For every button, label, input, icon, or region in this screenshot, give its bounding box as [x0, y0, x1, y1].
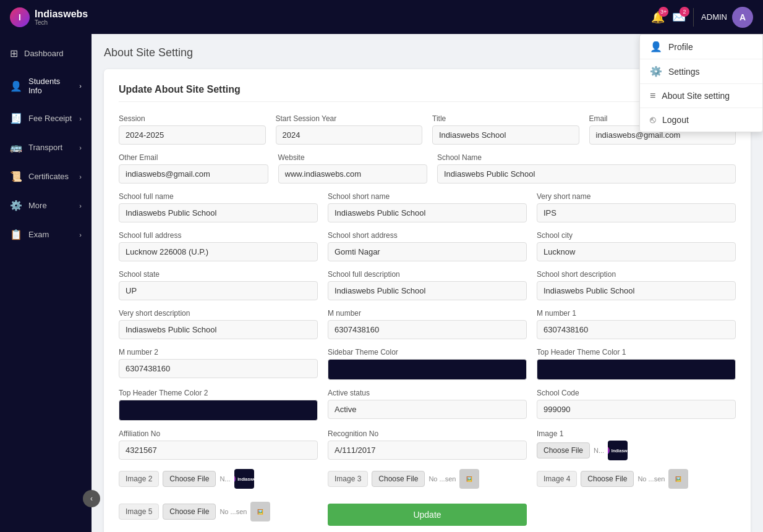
logout-icon: ⎋ — [650, 114, 656, 125]
image4-choose-file-button[interactable]: Choose File — [581, 471, 634, 487]
image3-group: Image 3 Choose File No ...sen 🖼️ — [328, 469, 527, 489]
very-short-name-group: Very short name — [537, 192, 736, 222]
start-session-year-label: Start Session Year — [276, 114, 423, 123]
affiliation-no-input[interactable] — [119, 441, 318, 460]
school-full-name-input[interactable] — [119, 203, 318, 222]
recognition-no-input[interactable] — [328, 441, 527, 460]
image1-no-selected: N... — [594, 447, 604, 454]
other-email-input[interactable] — [119, 164, 268, 184]
image1-file-row: Choose File N... Indiaswebs — [537, 441, 736, 460]
school-full-name-label: School full name — [119, 192, 318, 201]
form-row-3: School full name School short name Very … — [119, 192, 736, 222]
title-label: Title — [432, 114, 579, 123]
image5-choose-file-button[interactable]: Choose File — [163, 504, 216, 520]
website-group: Website — [278, 153, 428, 184]
school-state-input[interactable] — [119, 281, 318, 300]
image2-group: Image 2 Choose File N... Indiaswebs — [119, 469, 318, 489]
school-short-desc-label: School short description — [537, 270, 736, 279]
dropdown-profile[interactable]: 👤 Profile — [640, 35, 762, 59]
recognition-no-group: Recognition No — [328, 429, 527, 460]
sidebar-theme-color-label: Sidebar Theme Color — [328, 348, 527, 357]
fee-icon: 🧾 — [10, 112, 22, 124]
top-header-theme-color-1-label: Top Header Theme Color 1 — [537, 348, 736, 357]
notification-button[interactable]: 🔔 3+ — [651, 11, 665, 24]
dropdown-about-site-setting[interactable]: ≡ About Site setting — [640, 84, 762, 108]
website-input[interactable] — [278, 164, 428, 184]
affiliation-no-label: Affiliation No — [119, 429, 318, 438]
very-short-name-label: Very short name — [537, 192, 736, 201]
admin-area[interactable]: ADMIN A — [701, 7, 753, 28]
m-number-2-label: M number 2 — [119, 348, 318, 357]
sidebar-item-transport[interactable]: 🚌 Transport › — [0, 133, 92, 162]
dropdown-settings[interactable]: ⚙️ Settings — [640, 59, 762, 84]
school-full-desc-input[interactable] — [328, 281, 527, 300]
title-input[interactable] — [432, 125, 579, 145]
mail-badge: 2 — [680, 7, 689, 17]
sidebar-item-fee-receipt[interactable]: 🧾 Fee Receipt › — [0, 104, 92, 133]
school-name-input[interactable] — [437, 164, 736, 184]
school-full-desc-label: School full description — [328, 270, 527, 279]
sidebar-toggle[interactable]: ‹ — [83, 490, 100, 507]
image4-no-selected: No ...sen — [637, 475, 665, 483]
image5-no-selected: No ...sen — [220, 508, 247, 515]
image5-label: Image 5 — [119, 504, 159, 520]
brand: I Indiaswebs Tech — [10, 7, 88, 27]
sidebar-item-label: Students Info — [28, 77, 73, 95]
more-icon: ⚙️ — [10, 200, 22, 211]
school-full-desc-group: School full description — [328, 270, 527, 300]
chevron-right-icon: › — [79, 144, 82, 151]
top-header-theme-color-1-swatch[interactable] — [537, 359, 736, 380]
form-row-10: Image 2 Choose File N... Indiaswebs — [119, 469, 736, 489]
school-full-name-group: School full name — [119, 192, 318, 222]
school-short-name-group: School short name — [328, 192, 527, 222]
sidebar-item-more[interactable]: ⚙️ More › — [0, 191, 92, 220]
active-status-label: Active status — [328, 389, 527, 397]
m-number-input[interactable] — [328, 320, 527, 339]
brand-mini-2: Indiaswebs — [234, 475, 254, 483]
sidebar-item-dashboard[interactable]: ⊞ Dashboard — [0, 39, 92, 68]
school-city-input[interactable] — [537, 242, 736, 261]
school-city-group: School city — [537, 231, 736, 261]
sidebar-item-certificates[interactable]: 📜 Certificates › — [0, 162, 92, 191]
sidebar-item-students-info[interactable]: 👤 Students Info › — [0, 68, 92, 104]
very-short-desc-input[interactable] — [119, 320, 318, 339]
exam-icon: 📋 — [10, 229, 22, 240]
very-short-name-input[interactable] — [537, 203, 736, 222]
image4-label: Image 4 — [537, 471, 577, 487]
school-short-name-input[interactable] — [328, 203, 527, 222]
top-header-theme-color-2-swatch[interactable] — [119, 400, 318, 421]
school-short-address-label: School short address — [328, 231, 527, 240]
image2-choose-file-button[interactable]: Choose File — [163, 471, 216, 487]
image3-choose-file-button[interactable]: Choose File — [372, 471, 425, 487]
image3-label: Image 3 — [328, 471, 368, 487]
affiliation-no-group: Affiliation No — [119, 429, 318, 460]
form-row-9: Affiliation No Recognition No Image 1 Ch… — [119, 429, 736, 460]
school-short-desc-input[interactable] — [537, 281, 736, 300]
start-session-year-group: Start Session Year — [276, 114, 423, 145]
sidebar-item-exam[interactable]: 📋 Exam › — [0, 220, 92, 249]
school-code-input[interactable] — [537, 400, 736, 419]
sidebar-theme-color-swatch[interactable] — [328, 359, 527, 380]
school-short-address-input[interactable] — [328, 242, 527, 261]
dropdown-menu: 👤 Profile ⚙️ Settings ≡ About Site setti… — [639, 34, 763, 132]
very-short-desc-group: Very short description — [119, 309, 318, 339]
students-icon: 👤 — [10, 80, 22, 92]
image3-thumb: 🖼️ — [459, 469, 479, 489]
session-label: Session — [119, 114, 266, 123]
m-number-2-input[interactable] — [119, 359, 318, 378]
image3-file-row: Image 3 Choose File No ...sen 🖼️ — [328, 469, 527, 489]
start-session-year-input[interactable] — [276, 125, 423, 145]
active-status-input[interactable] — [328, 400, 527, 419]
session-input[interactable] — [119, 125, 266, 145]
mail-button[interactable]: ✉️ 2 — [672, 11, 686, 24]
image1-choose-file-button[interactable]: Choose File — [537, 442, 590, 458]
other-email-label: Other Email — [119, 153, 268, 162]
m-number-1-input[interactable] — [537, 320, 736, 339]
brand-text: Indiaswebs Tech — [35, 9, 88, 26]
update-button[interactable]: Update — [328, 504, 527, 526]
dropdown-logout[interactable]: ⎋ Logout — [640, 108, 762, 132]
school-full-address-label: School full address — [119, 231, 318, 240]
school-city-label: School city — [537, 231, 736, 240]
school-short-desc-group: School short description — [537, 270, 736, 300]
school-full-address-input[interactable] — [119, 242, 318, 261]
